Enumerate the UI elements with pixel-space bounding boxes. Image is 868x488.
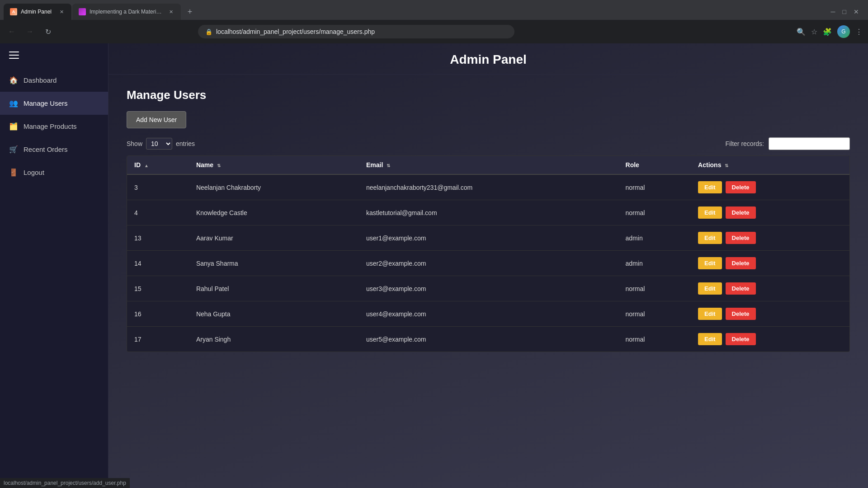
cell-id-3: 3 <box>127 174 189 200</box>
maximize-button[interactable]: □ <box>843 8 846 15</box>
table-row: 14 Sanya Sharma user2@example.com admin … <box>127 251 849 276</box>
delete-button-17[interactable]: Delete <box>726 333 756 345</box>
edit-button-13[interactable]: Edit <box>698 232 722 244</box>
cell-id-16: 16 <box>127 301 189 327</box>
bookmark-icon[interactable]: ☆ <box>811 28 817 36</box>
sidebar-item-recent-orders[interactable]: 🛒 Recent Orders <box>0 138 108 161</box>
delete-button-14[interactable]: Delete <box>726 257 756 269</box>
filter-area: Filter records: <box>725 137 850 150</box>
sidebar-item-logout[interactable]: 🚪 Logout <box>0 161 108 184</box>
extensions-icon[interactable]: 🧩 <box>823 28 832 36</box>
url-bar[interactable]: 🔒 localhost/admin_panel_project/users/ma… <box>198 25 514 38</box>
cell-name-17: Aryan Singh <box>189 327 359 352</box>
cell-id-4: 4 <box>127 200 189 225</box>
delete-button-15[interactable]: Delete <box>726 282 756 295</box>
filter-label: Filter records: <box>725 140 764 147</box>
chrome-menu-icon[interactable]: ⋮ <box>855 28 863 36</box>
cell-actions-4: Edit Delete <box>691 200 849 225</box>
tab-title-admin: Admin Panel <box>21 9 54 15</box>
sidebar-item-dashboard[interactable]: 🏠 Dashboard <box>0 69 108 92</box>
close-button[interactable]: ✕ <box>854 8 859 15</box>
sidebar-item-manage-products[interactable]: 🗂️ Manage Products <box>0 115 108 138</box>
delete-button-13[interactable]: Delete <box>726 232 756 244</box>
col-name-label: Name <box>196 161 213 169</box>
cell-email-4: kastletutorial@gmail.com <box>359 200 618 225</box>
col-id-label: ID <box>134 161 141 169</box>
new-tab-button[interactable]: + <box>184 5 196 18</box>
back-button[interactable]: ← <box>5 28 18 36</box>
cell-role-4: normal <box>618 200 691 225</box>
main-area: Admin Panel Manage Users Add New User Sh… <box>108 43 868 488</box>
edit-button-4[interactable]: Edit <box>698 206 722 219</box>
col-header-role[interactable]: Role <box>618 156 691 174</box>
col-header-id[interactable]: ID ▲ <box>127 156 189 174</box>
status-bar: localhost/admin_panel_project/users/add_… <box>0 478 130 488</box>
table-row: 15 Rahul Patel user3@example.com normal … <box>127 276 849 301</box>
minimize-button[interactable]: ─ <box>831 8 835 15</box>
cell-email-3: neelanjanchakraborty231@gmail.com <box>359 174 618 200</box>
edit-button-14[interactable]: Edit <box>698 257 722 269</box>
cell-role-14: admin <box>618 251 691 276</box>
delete-button-3[interactable]: Delete <box>726 181 756 193</box>
name-sort-icon: ⇅ <box>217 163 221 168</box>
cell-actions-13: Edit Delete <box>691 225 849 251</box>
cell-actions-15: Edit Delete <box>691 276 849 301</box>
sidebar-item-manage-users[interactable]: 👥 Manage Users <box>0 92 108 115</box>
url-text: localhost/admin_panel_project/users/mana… <box>216 28 507 35</box>
hamburger-button[interactable] <box>0 43 108 67</box>
cell-email-17: user5@example.com <box>359 327 618 352</box>
tab-admin-panel[interactable]: A Admin Panel ✕ <box>4 4 71 20</box>
col-email-label: Email <box>366 161 383 169</box>
cell-email-13: user1@example.com <box>359 225 618 251</box>
cell-email-14: user2@example.com <box>359 251 618 276</box>
add-new-user-button[interactable]: Add New User <box>127 111 186 128</box>
logout-icon: 🚪 <box>9 168 18 177</box>
edit-button-15[interactable]: Edit <box>698 282 722 295</box>
filter-input[interactable] <box>769 137 850 150</box>
cell-name-3: Neelanjan Chakraborty <box>189 174 359 200</box>
col-header-email[interactable]: Email ⇅ <box>359 156 618 174</box>
delete-button-4[interactable]: Delete <box>726 206 756 219</box>
tab-close-other[interactable]: ✕ <box>167 8 175 15</box>
entries-label: entries <box>176 140 195 147</box>
cell-id-15: 15 <box>127 276 189 301</box>
actions-sort-icon: ⇅ <box>725 163 728 168</box>
users-table: ID ▲ Name ⇅ Email ⇅ <box>127 156 849 352</box>
col-actions-label: Actions <box>698 161 721 169</box>
page-title: Manage Users <box>127 88 850 102</box>
edit-button-3[interactable]: Edit <box>698 181 722 193</box>
hamburger-line-2 <box>9 55 19 56</box>
delete-button-16[interactable]: Delete <box>726 308 756 320</box>
cell-actions-14: Edit Delete <box>691 251 849 276</box>
table-header-row: ID ▲ Name ⇅ Email ⇅ <box>127 156 849 174</box>
reload-button[interactable]: ↻ <box>42 28 54 36</box>
recent-orders-icon: 🛒 <box>9 145 18 154</box>
entries-select[interactable]: 10 25 50 100 <box>146 138 172 150</box>
manage-users-icon: 👥 <box>9 99 18 108</box>
profile-avatar[interactable]: G <box>837 25 850 38</box>
cell-email-16: user4@example.com <box>359 301 618 327</box>
tab-dark-material[interactable]: Implementing a Dark Material... ✕ <box>72 4 181 20</box>
edit-button-17[interactable]: Edit <box>698 333 722 345</box>
col-header-name[interactable]: Name ⇅ <box>189 156 359 174</box>
sidebar-label-recent-orders: Recent Orders <box>24 145 68 153</box>
cell-id-13: 13 <box>127 225 189 251</box>
cell-id-14: 14 <box>127 251 189 276</box>
cell-role-16: normal <box>618 301 691 327</box>
tab-close-admin[interactable]: ✕ <box>58 8 65 15</box>
cell-role-15: normal <box>618 276 691 301</box>
show-label: Show <box>127 140 142 147</box>
zoom-icon[interactable]: 🔍 <box>797 28 806 36</box>
forward-button[interactable]: → <box>24 28 36 36</box>
table-row: 13 Aarav Kumar user1@example.com admin E… <box>127 225 849 251</box>
show-entries-control: Show 10 25 50 100 entries <box>127 138 195 150</box>
browser-chrome: A Admin Panel ✕ Implementing a Dark Mate… <box>0 0 868 43</box>
col-header-actions[interactable]: Actions ⇅ <box>691 156 849 174</box>
cell-name-4: Knowledge Castle <box>189 200 359 225</box>
table-controls: Show 10 25 50 100 entries Filter records… <box>127 137 850 150</box>
table-container: ID ▲ Name ⇅ Email ⇅ <box>127 155 850 352</box>
cell-name-16: Neha Gupta <box>189 301 359 327</box>
cell-role-17: normal <box>618 327 691 352</box>
edit-button-16[interactable]: Edit <box>698 308 722 320</box>
tab-favicon-admin: A <box>10 8 17 15</box>
